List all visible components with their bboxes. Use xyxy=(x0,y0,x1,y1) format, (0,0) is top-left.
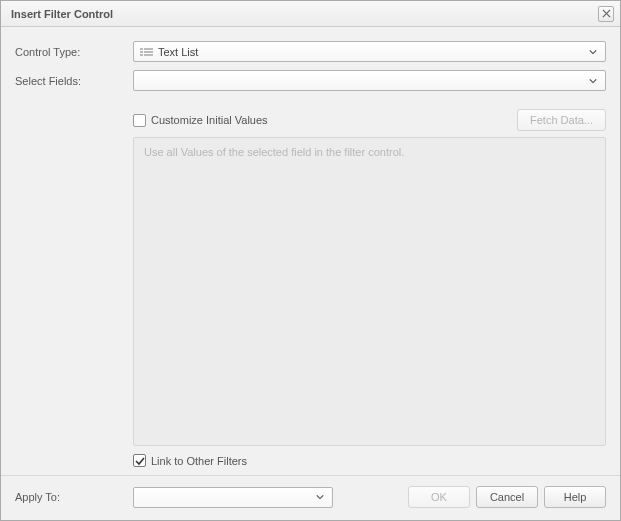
close-icon xyxy=(602,9,611,18)
customize-row: Customize Initial Values Fetch Data... xyxy=(133,109,606,131)
link-filters-checkbox[interactable] xyxy=(133,454,146,467)
control-type-combo[interactable]: Text List xyxy=(133,41,606,62)
dialog-footer: Apply To: OK Cancel Help xyxy=(1,475,620,520)
control-type-row: Control Type: Text List xyxy=(15,41,606,62)
close-button[interactable] xyxy=(598,6,614,22)
svg-rect-3 xyxy=(144,51,153,53)
select-fields-combo[interactable] xyxy=(133,70,606,91)
svg-rect-4 xyxy=(140,54,143,56)
dialog-body: Control Type: Text List xyxy=(1,27,620,475)
help-button-label: Help xyxy=(564,491,587,503)
insert-filter-control-dialog: Insert Filter Control Control Type: xyxy=(0,0,621,521)
customize-checkbox-label: Customize Initial Values xyxy=(151,114,268,126)
customize-checkbox-group[interactable]: Customize Initial Values xyxy=(133,114,268,127)
select-fields-label: Select Fields: xyxy=(15,75,133,87)
apply-to-combo[interactable] xyxy=(133,487,333,508)
apply-to-label: Apply To: xyxy=(15,491,133,503)
check-icon xyxy=(135,456,145,466)
chevron-down-icon xyxy=(312,493,328,501)
link-filters-checkbox-label: Link to Other Filters xyxy=(151,455,247,467)
link-filters-checkbox-group[interactable]: Link to Other Filters xyxy=(133,454,247,467)
svg-rect-1 xyxy=(144,48,153,50)
svg-rect-0 xyxy=(140,48,143,50)
control-type-value: Text List xyxy=(158,46,585,58)
ok-button-label: OK xyxy=(431,491,447,503)
select-fields-row: Select Fields: xyxy=(15,70,606,91)
svg-rect-5 xyxy=(144,54,153,56)
values-placeholder-text: Use all Values of the selected field in … xyxy=(144,146,404,158)
chevron-down-icon xyxy=(585,48,601,56)
titlebar: Insert Filter Control xyxy=(1,1,620,27)
customize-checkbox[interactable] xyxy=(133,114,146,127)
dialog-title: Insert Filter Control xyxy=(11,8,598,20)
initial-values-area: Use all Values of the selected field in … xyxy=(133,137,606,446)
chevron-down-icon xyxy=(585,77,601,85)
link-filters-row: Link to Other Filters xyxy=(133,454,606,467)
svg-rect-2 xyxy=(140,51,143,53)
fetch-data-button[interactable]: Fetch Data... xyxy=(517,109,606,131)
cancel-button[interactable]: Cancel xyxy=(476,486,538,508)
ok-button[interactable]: OK xyxy=(408,486,470,508)
control-type-label: Control Type: xyxy=(15,46,133,58)
cancel-button-label: Cancel xyxy=(490,491,524,503)
text-list-icon xyxy=(140,47,154,57)
help-button[interactable]: Help xyxy=(544,486,606,508)
fetch-data-button-label: Fetch Data... xyxy=(530,114,593,126)
